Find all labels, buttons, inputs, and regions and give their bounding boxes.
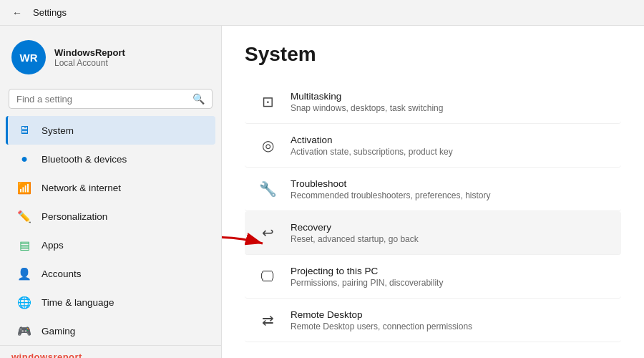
settings-list: ⊡MultitaskingSnap windows, desktops, tas…	[245, 80, 621, 342]
remote-desc: Remote Desktop users, connection permiss…	[291, 321, 472, 332]
multitasking-text: MultitaskingSnap windows, desktops, task…	[291, 91, 443, 113]
sidebar-item-label-accounts: Accounts	[42, 268, 82, 279]
bluetooth-nav-icon: ●	[17, 152, 31, 166]
sidebar-item-label-bluetooth: Bluetooth & devices	[42, 154, 127, 165]
personalization-nav-icon: ✏️	[17, 209, 31, 223]
accounts-nav-icon: 👤	[17, 266, 31, 281]
app-container: WR WindowsReport Local Account 🔍 🖥System…	[0, 26, 644, 358]
projecting-icon: 🖵	[256, 265, 279, 288]
troubleshoot-desc: Recommended troubleshooters, preferences…	[291, 190, 490, 200]
projecting-title: Projecting to this PC	[291, 266, 443, 276]
settings-item-remote[interactable]: ⇄Remote DesktopRemote Desktop users, con…	[245, 299, 621, 342]
settings-item-troubleshoot[interactable]: 🔧TroubleshootRecommended troubleshooters…	[245, 168, 621, 211]
multitasking-desc: Snap windows, desktops, task switching	[291, 103, 443, 113]
remote-icon: ⇄	[256, 309, 279, 332]
sidebar: WR WindowsReport Local Account 🔍 🖥System…	[0, 26, 222, 358]
multitasking-title: Multitasking	[291, 91, 443, 102]
multitasking-icon: ⊡	[256, 90, 279, 113]
sidebar-item-label-gaming: Gaming	[42, 326, 75, 337]
settings-item-activation[interactable]: ◎ActivationActivation state, subscriptio…	[245, 124, 621, 168]
avatar: WR	[11, 40, 46, 74]
settings-item-multitasking[interactable]: ⊡MultitaskingSnap windows, desktops, tas…	[245, 80, 621, 124]
windows-report-logo: windowsreport	[11, 352, 210, 358]
activation-text: ActivationActivation state, subscription…	[291, 135, 453, 157]
sidebar-item-label-system: System	[42, 125, 74, 136]
settings-item-recovery[interactable]: ↩RecoveryReset, advanced startup, go bac…	[245, 211, 621, 255]
time-nav-icon: 🌐	[17, 295, 31, 309]
recovery-title: Recovery	[291, 222, 419, 233]
search-input[interactable]	[16, 94, 187, 105]
page-title: System	[245, 43, 621, 66]
activation-title: Activation	[291, 135, 453, 145]
gaming-nav-icon: 🎮	[17, 324, 31, 338]
system-nav-icon: 🖥	[17, 123, 31, 137]
settings-item-projecting[interactable]: 🖵Projecting to this PCPermissions, pairi…	[245, 255, 621, 299]
activation-icon: ◎	[256, 134, 279, 157]
recovery-text: RecoveryReset, advanced startup, go back	[291, 222, 419, 244]
nav-list: 🖥System●Bluetooth & devices📶Network & in…	[0, 116, 221, 345]
sidebar-item-label-personalization: Personalization	[42, 211, 107, 222]
network-nav-icon: 📶	[17, 180, 31, 195]
remote-title: Remote Desktop	[291, 309, 472, 320]
sidebar-item-network[interactable]: 📶Network & internet	[6, 173, 215, 202]
recovery-icon: ↩	[256, 221, 279, 244]
logo-text: windows	[11, 352, 53, 358]
sidebar-item-personalization[interactable]: ✏️Personalization	[6, 202, 215, 231]
search-icon: 🔍	[192, 93, 205, 105]
search-box[interactable]: 🔍	[9, 89, 213, 109]
remote-text: Remote DesktopRemote Desktop users, conn…	[291, 309, 472, 332]
projecting-text: Projecting to this PCPermissions, pairin…	[291, 266, 443, 288]
title-bar: ← Settings	[0, 0, 644, 26]
sidebar-item-gaming[interactable]: 🎮Gaming	[6, 316, 215, 345]
sidebar-item-time[interactable]: 🌐Time & language	[6, 288, 215, 316]
main-content: System ⊡MultitaskingSnap windows, deskto…	[222, 26, 644, 358]
troubleshoot-text: TroubleshootRecommended troubleshooters,…	[291, 178, 490, 200]
troubleshoot-icon: 🔧	[256, 178, 279, 200]
user-profile[interactable]: WR WindowsReport Local Account	[0, 32, 221, 86]
recovery-desc: Reset, advanced startup, go back	[291, 234, 419, 244]
sidebar-bottom: windowsreport	[0, 345, 221, 358]
user-info: WindowsReport Local Account	[54, 47, 125, 68]
sidebar-item-bluetooth[interactable]: ●Bluetooth & devices	[6, 145, 215, 173]
sidebar-item-system[interactable]: 🖥System	[6, 116, 215, 145]
sidebar-item-label-network: Network & internet	[42, 183, 121, 193]
sidebar-item-accounts[interactable]: 👤Accounts	[6, 259, 215, 288]
projecting-desc: Permissions, pairing PIN, discoverabilit…	[291, 278, 443, 288]
back-button[interactable]: ←	[9, 4, 26, 21]
user-name: WindowsReport	[54, 47, 125, 58]
title-bar-label: Settings	[33, 7, 67, 18]
apps-nav-icon: ▤	[17, 238, 31, 252]
logo-highlight: report	[53, 352, 82, 358]
sidebar-item-apps[interactable]: ▤Apps	[6, 231, 215, 259]
activation-desc: Activation state, subscriptions, product…	[291, 147, 453, 157]
user-sub: Local Account	[54, 58, 125, 68]
sidebar-item-label-apps: Apps	[42, 240, 64, 251]
troubleshoot-title: Troubleshoot	[291, 178, 490, 189]
sidebar-item-label-time: Time & language	[42, 297, 114, 308]
